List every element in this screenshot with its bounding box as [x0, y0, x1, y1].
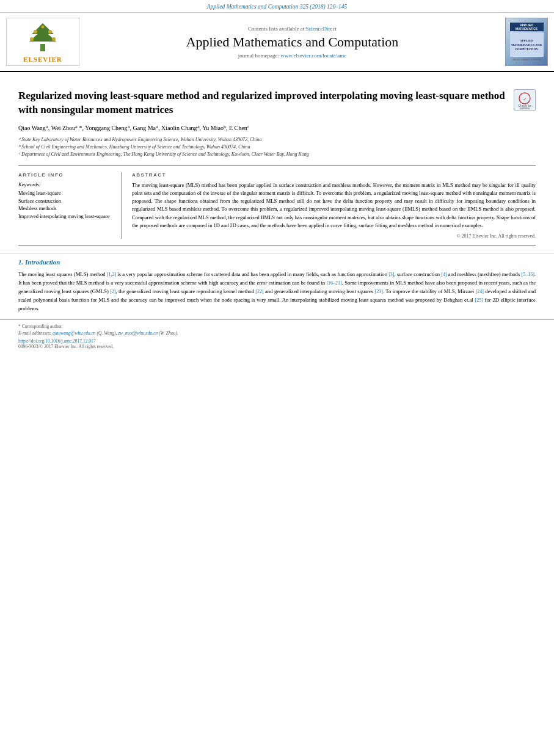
intro-paragraph: The moving least squares (MLS) method [1… — [18, 271, 536, 313]
svg-point-6 — [52, 37, 56, 41]
svg-text:updates: updates — [520, 107, 530, 109]
journal-cover: APPLIED MATHEMATICS APPLIED MATHEMATICS … — [505, 18, 548, 66]
journal-citation: Applied Mathematics and Computation 325 … — [0, 0, 554, 13]
journal-main-title: Applied Mathematics and Computation — [186, 34, 399, 50]
keywords-label: Keywords: — [18, 181, 114, 187]
affiliations: ᵃ State Key Laboratory of Water Resource… — [18, 136, 536, 158]
article-info-abstract: ARTICLE INFO Keywords: Moving least-squa… — [18, 165, 536, 245]
ref-link[interactable]: [1,2] — [107, 272, 116, 277]
svg-rect-0 — [40, 44, 45, 51]
footer-area: * Corresponding author. E-mail addresses… — [0, 319, 554, 353]
affiliation-c: ᶜ Department of Civil and Environment En… — [18, 151, 536, 158]
authors: Qiao Wangᵃ, Wei Zhouᵃ *, Yonggang Chengᵃ… — [18, 123, 536, 133]
ref-link[interactable]: [2] — [110, 289, 115, 294]
doi-line: https://doi.org/10.1016/j.amc.2017.12.01… — [18, 338, 536, 344]
ref-link[interactable]: [3] — [388, 272, 394, 277]
email-line: E-mail addresses: qiaowang@whu.edu.cn (Q… — [18, 330, 536, 336]
affiliation-b: ᵇ School of Civil Engineering and Mechan… — [18, 144, 536, 151]
ref-link[interactable]: [24] — [476, 289, 484, 294]
sciencedirect-link[interactable]: ScienceDirect — [306, 26, 337, 32]
article-info-title: ARTICLE INFO — [18, 172, 114, 178]
check-updates-badge: ✓ Check for updates — [514, 89, 536, 111]
abstract-title: ABSTRACT — [132, 172, 536, 178]
section-title: 1. Introduction — [18, 258, 536, 266]
keyword-item: Moving least-square — [18, 189, 114, 197]
section-divider — [0, 253, 554, 253]
elsevier-logo: ELSEVIER — [6, 18, 79, 66]
ref-link[interactable]: [4] — [441, 272, 446, 277]
journal-header: ELSEVIER Contents lists available at Sci… — [0, 13, 554, 72]
abstract-col: ABSTRACT The moving least-square (MLS) m… — [132, 172, 536, 239]
email2-link[interactable]: zw_mxx@whu.edu.cn — [118, 330, 158, 336]
svg-text:✓: ✓ — [523, 96, 527, 102]
svg-point-5 — [30, 37, 34, 41]
ref-link[interactable]: [5–15] — [522, 272, 534, 277]
affiliation-a: ᵃ State Key Laboratory of Water Resource… — [18, 136, 536, 144]
abstract-text: The moving least-square (MLS) method has… — [132, 181, 536, 230]
paper-title: Regularized moving least-square method a… — [18, 89, 508, 117]
copyright-line: © 2017 Elsevier Inc. All rights reserved… — [132, 233, 536, 239]
ref-link[interactable]: [16–21] — [326, 280, 341, 286]
svg-point-7 — [42, 26, 45, 29]
ref-link[interactable]: [22] — [255, 289, 263, 294]
ref-link[interactable]: [25] — [475, 297, 483, 303]
article-info: ARTICLE INFO Keywords: Moving least-squa… — [18, 172, 122, 239]
ref-link[interactable]: [23] — [375, 289, 383, 294]
journal-title-area: Contents lists available at ScienceDirec… — [84, 18, 500, 66]
email1-link[interactable]: qiaowang@whu.edu.cn — [53, 330, 96, 336]
keyword-item: Meshless methods — [18, 205, 114, 213]
homepage-link[interactable]: www.elsevier.com/locate/amc — [280, 53, 346, 59]
corresponding-author-note: * Corresponding author. — [18, 324, 536, 329]
keyword-item: Improved interpolating moving least-squa… — [18, 213, 114, 220]
keyword-item: Surface construction — [18, 197, 114, 205]
keyword-list: Moving least-square Surface construction… — [18, 189, 114, 220]
issn-line: 0096-3003/© 2017 Elsevier Inc. All right… — [18, 344, 536, 349]
sciencedirect-line: Contents lists available at ScienceDirec… — [248, 26, 337, 32]
svg-point-4 — [48, 30, 52, 34]
svg-point-3 — [34, 30, 37, 34]
paper-content: Regularized moving least-square method a… — [0, 72, 554, 245]
journal-homepage: journal homepage: www.elsevier.com/locat… — [238, 53, 346, 59]
introduction-section: 1. Introduction The moving least squares… — [0, 258, 554, 313]
doi-link[interactable]: https://doi.org/10.1016/j.amc.2017.12.01… — [18, 338, 96, 344]
